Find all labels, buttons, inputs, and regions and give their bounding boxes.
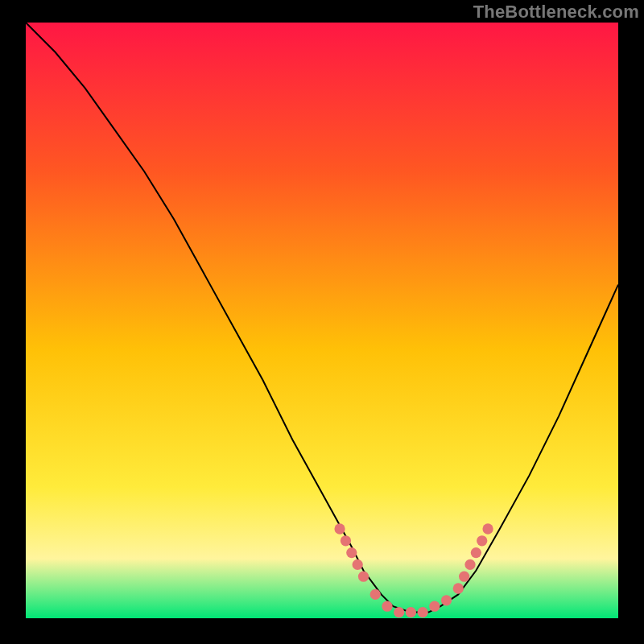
highlight-dot: [370, 589, 381, 600]
highlight-dot: [459, 572, 469, 582]
highlight-dot: [471, 547, 481, 558]
highlight-dot: [394, 607, 404, 617]
page-background: TheBottleneck.com: [0, 0, 644, 644]
highlight-dot: [464, 559, 475, 570]
highlight-dot: [482, 523, 493, 534]
highlight-dot: [341, 535, 351, 546]
highlight-dots: [334, 523, 493, 617]
highlight-dot: [353, 559, 363, 570]
highlight-dot: [358, 572, 369, 582]
highlight-dot: [477, 535, 487, 546]
chart-svg: [26, 23, 618, 618]
highlight-dot: [406, 607, 416, 617]
chart-area: [26, 23, 618, 618]
bottleneck-curve: [26, 23, 618, 613]
highlight-dot: [417, 607, 427, 617]
highlight-dot: [382, 601, 392, 612]
highlight-dot: [346, 547, 357, 558]
highlight-dot: [334, 523, 345, 534]
watermark-text: TheBottleneck.com: [473, 2, 639, 23]
highlight-dot: [453, 583, 464, 593]
highlight-dot: [429, 601, 440, 612]
highlight-dot: [441, 595, 452, 605]
